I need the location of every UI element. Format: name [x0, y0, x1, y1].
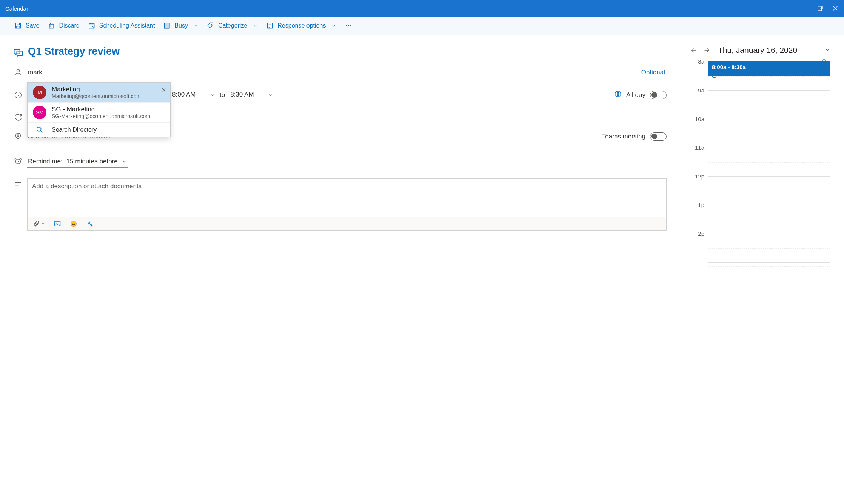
response-label: Response options — [277, 22, 326, 29]
response-options-dropdown[interactable]: Response options — [266, 22, 336, 29]
scheduling-assistant-button[interactable]: Scheduling Assistant — [88, 22, 155, 29]
location-icon — [9, 131, 27, 140]
hour-label: 9a — [689, 87, 708, 94]
people-suggestions-popup: M Marketing Marketing@qcontent.onmicroso… — [27, 82, 171, 137]
reminder-icon — [9, 155, 27, 165]
hour-row[interactable]: 10a — [689, 119, 830, 148]
all-day-label: All day — [626, 91, 645, 99]
scheduling-label: Scheduling Assistant — [99, 22, 155, 29]
optional-attendees-link[interactable]: Optional — [640, 69, 667, 76]
description-icon — [9, 178, 27, 188]
clock-icon — [9, 89, 27, 99]
svg-rect-5 — [165, 23, 169, 28]
avatar: SM — [33, 106, 46, 119]
save-label: Save — [26, 22, 39, 29]
timeline-date-label: Thu, January 16, 2020 — [718, 46, 797, 55]
svg-point-14 — [37, 127, 41, 131]
suggestion-item[interactable]: M Marketing Marketing@qcontent.onmicroso… — [28, 83, 170, 102]
insert-emoji-button[interactable] — [70, 220, 77, 227]
reminder-dropdown[interactable]: Remind me: 15 minutes before — [27, 155, 128, 168]
busy-label: Busy — [174, 22, 188, 29]
window-controls — [817, 5, 839, 12]
app-title: Calendar — [5, 5, 28, 12]
chevron-down-icon[interactable] — [268, 92, 273, 98]
categorize-label: Categorize — [218, 22, 247, 29]
invitee-input[interactable] — [27, 66, 640, 78]
hour-row[interactable]: 9a — [689, 90, 830, 119]
chevron-down-icon — [253, 23, 258, 28]
command-bar: Save Discard Scheduling Assistant Busy C… — [0, 17, 844, 35]
timeline-date-header: Thu, January 16, 2020 — [689, 46, 830, 55]
prev-day-button[interactable] — [689, 46, 697, 54]
chevron-down-icon — [193, 23, 199, 28]
day-timeline[interactable]: 8a9a10a11a12p1p2p-8:00a - 8:30a — [689, 61, 830, 270]
hour-row[interactable]: 2p — [689, 234, 830, 262]
svg-point-10 — [350, 25, 351, 26]
busy-dropdown[interactable]: Busy — [163, 22, 199, 29]
svg-point-21 — [71, 221, 77, 227]
insert-image-button[interactable] — [53, 220, 62, 227]
categorize-dropdown[interactable]: Categorize — [207, 22, 258, 29]
svg-point-6 — [211, 24, 212, 25]
discard-label: Discard — [59, 22, 79, 29]
description-toolbar — [28, 217, 666, 230]
suggestion-name: SG - Marketing — [52, 106, 150, 113]
suggestion-name: Marketing — [52, 86, 141, 93]
svg-point-23 — [74, 223, 75, 223]
timezone-icon[interactable] — [614, 90, 622, 100]
hour-label: 12p — [689, 173, 708, 180]
suggestion-item[interactable]: SM SG - Marketing SG-Marketing@qcontent.… — [28, 102, 170, 122]
avatar: M — [33, 86, 46, 99]
event-title-input[interactable] — [27, 46, 667, 60]
save-button[interactable]: Save — [14, 22, 39, 29]
skype-teams-icon[interactable] — [9, 46, 27, 58]
close-icon[interactable] — [832, 5, 839, 12]
hour-label: 1p — [689, 202, 708, 208]
suggestion-email: SG-Marketing@qcontent.onmicrosoft.com — [52, 113, 150, 119]
timeline-event[interactable]: 8:00a - 8:30a — [708, 61, 830, 76]
teams-meeting-toggle[interactable] — [650, 132, 667, 141]
description-textarea[interactable]: Add a description or attach documents — [28, 179, 666, 217]
title-bar: Calendar — [0, 0, 844, 17]
hour-row[interactable]: 1p — [689, 205, 830, 234]
hour-row[interactable]: 12p — [689, 176, 830, 205]
chevron-down-icon — [122, 159, 127, 164]
chevron-down-icon — [41, 222, 45, 226]
hour-label: 10a — [689, 116, 708, 122]
repeat-icon[interactable] — [9, 112, 27, 121]
person-icon — [9, 66, 27, 76]
description-editor: Add a description or attach documents — [27, 178, 667, 231]
search-directory-button[interactable]: Search Directory — [28, 122, 170, 137]
svg-rect-3 — [89, 23, 94, 28]
hour-label: 2p — [689, 230, 708, 237]
start-time-input[interactable]: 8:00 AM — [171, 89, 205, 100]
chevron-down-icon — [331, 23, 336, 28]
reminder-prefix: Remind me: — [28, 158, 63, 165]
suggestion-email: Marketing@qcontent.onmicrosoft.com — [52, 93, 141, 99]
chevron-down-icon[interactable] — [210, 92, 215, 98]
teams-meeting-label: Teams meeting — [602, 133, 645, 140]
reminder-value: 15 minutes before — [66, 158, 118, 165]
svg-rect-2 — [49, 24, 53, 28]
to-label: to — [220, 91, 225, 99]
svg-point-22 — [72, 223, 73, 223]
date-picker-chevron[interactable] — [824, 46, 830, 55]
discard-button[interactable]: Discard — [48, 22, 79, 29]
svg-point-17 — [17, 135, 19, 137]
search-directory-label: Search Directory — [52, 126, 97, 133]
format-text-button[interactable] — [86, 220, 94, 227]
hour-label: 11a — [689, 144, 708, 151]
more-commands-button[interactable] — [345, 22, 352, 29]
popout-icon[interactable] — [817, 5, 824, 12]
hour-label: 8a — [689, 58, 708, 65]
attach-file-button[interactable] — [33, 220, 45, 227]
hour-row[interactable]: 11a — [689, 148, 830, 176]
all-day-toggle[interactable] — [650, 91, 667, 99]
svg-point-8 — [346, 25, 347, 26]
svg-point-13 — [17, 69, 19, 72]
end-time-input[interactable]: 8:30 AM — [229, 89, 263, 100]
svg-point-9 — [348, 25, 349, 26]
remove-suggestion-icon[interactable] — [161, 87, 166, 94]
next-day-button[interactable] — [704, 46, 711, 54]
